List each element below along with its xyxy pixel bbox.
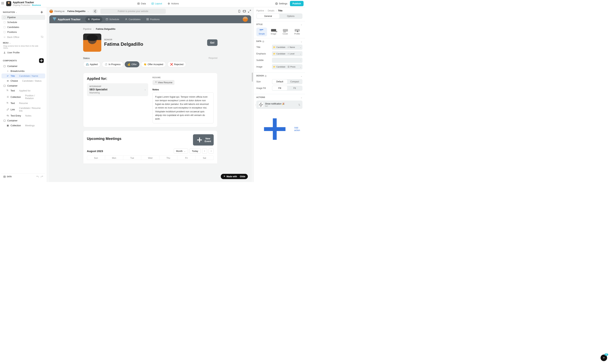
navigation-section-header[interactable]: NAVIGATION ⌄ — [3, 11, 17, 13]
new-event-button[interactable]: New Event — [193, 134, 214, 145]
fullscreen-icon[interactable] — [248, 10, 251, 13]
data-section-header: DATAi — [256, 40, 264, 43]
chevron-down-icon[interactable]: ⌄ — [301, 75, 303, 77]
rp-tab-general[interactable]: General — [257, 14, 279, 18]
rp-crumb-pipeline[interactable]: Pipeline — [256, 9, 264, 12]
chevron-down-icon[interactable]: ⌄ — [301, 96, 303, 99]
style-opt-cover[interactable]: Cover — [280, 27, 291, 36]
menu-section-header[interactable]: MENU ⌄ — [3, 42, 11, 44]
drag-grip-icon[interactable]: ⋮ — [254, 104, 257, 106]
app-tab-candidates[interactable]: Candidates — [122, 17, 143, 22]
settings-link[interactable]: Settings — [275, 2, 287, 5]
nav-candidates[interactable]: Candidates — [1, 25, 45, 30]
nav-positions[interactable]: Positions — [1, 30, 45, 35]
svg-rect-36 — [243, 10, 246, 12]
rp-tab-options[interactable]: Options — [279, 14, 302, 18]
comp-title[interactable]: Title Candidate / Name — [1, 74, 45, 78]
status-chip-in-progress[interactable]: ⏱️In Progress — [102, 61, 123, 67]
mobile-preview-icon[interactable] — [238, 10, 241, 13]
comp-choice[interactable]: Choice Candidate / Status — [1, 78, 45, 83]
size-default[interactable]: Default — [272, 79, 287, 84]
tab-data[interactable]: Data — [137, 2, 146, 5]
svg-rect-35 — [239, 10, 240, 13]
comp-text-resume[interactable]: TtText Resume — [1, 101, 45, 106]
status-chip-offer[interactable]: 💰Offer — [125, 61, 139, 67]
data-image-picker[interactable]: 📁Candidate›🖼Photo⌄ — [272, 64, 303, 69]
go-button[interactable]: Go! — [207, 39, 217, 46]
action-show-notification[interactable]: ⋮ Show notification 🎉 Go! ⇅ — [256, 101, 303, 109]
comp-container-1[interactable]: Container — [1, 83, 45, 88]
style-thumb-icon — [283, 29, 288, 32]
made-with-badge[interactable]: Made with Glide — [221, 174, 248, 179]
svg-rect-45 — [147, 19, 147, 20]
crumb-pipeline[interactable]: Pipeline — [83, 27, 92, 30]
add-screen-button[interactable] — [40, 10, 44, 14]
actions-section-header: ACTIONS — [256, 96, 265, 98]
tab-actions[interactable]: Actions — [168, 2, 179, 5]
table-icon — [137, 2, 140, 5]
preview-url-bar[interactable]: Publish to preview your website — [100, 9, 166, 14]
comp-link-resume[interactable]: Link Candidate / Resume link — [1, 106, 45, 113]
data-emphasis-picker[interactable]: 📁Candidate ›ALevel⌄ — [272, 51, 303, 56]
style-opt-image[interactable]: Image — [268, 27, 279, 36]
apps-grid-icon[interactable] — [1, 2, 5, 5]
comp-collection-meetings[interactable]: Collection Meetings — [1, 123, 45, 128]
svg-rect-31 — [7, 125, 9, 125]
collection-icon — [7, 96, 9, 98]
nav-back-office[interactable]: Back Office — [1, 35, 45, 40]
status-chip-accepted[interactable]: 👏Offer Accepted — [141, 61, 166, 67]
preview-back-button[interactable] — [93, 9, 97, 13]
nav-pipeline[interactable]: Pipeline — [1, 15, 45, 20]
fill-fill[interactable]: Fill — [272, 86, 287, 90]
notes-textarea[interactable]: Fugiat Lorem fugiat qui. Tempor minim of… — [153, 92, 214, 123]
comp-text-applied[interactable]: TtText Applied for: — [1, 88, 45, 93]
comp-text-entry[interactable]: ab̲c̲Text Entry Notes — [1, 113, 45, 118]
bolt-icon — [223, 175, 225, 178]
rp-crumb-details[interactable]: Details — [268, 9, 275, 12]
comp-collection-position[interactable]: Collection Position / Relation — [1, 93, 45, 101]
app-tab-pipeline[interactable]: Pipeline — [85, 17, 102, 22]
app-tab-positions[interactable]: Positions — [144, 17, 162, 22]
data-subtitle-picker[interactable]: ⋮ — [272, 58, 303, 63]
redo-button[interactable] — [40, 175, 43, 178]
status-chip-applied[interactable]: 📇Applied — [83, 61, 100, 67]
menu-user-profile[interactable]: User Profile — [1, 50, 45, 55]
cal-next-button[interactable] — [209, 148, 214, 154]
fill-fit[interactable]: Fit — [287, 86, 302, 90]
style-opt-profile[interactable]: Profile — [292, 27, 303, 36]
cal-view-dropdown[interactable]: Month ⌄ — [174, 148, 188, 154]
data-title-picker[interactable]: 📁Candidate ›AName⌄ — [272, 45, 303, 50]
size-compact[interactable]: Compact — [287, 79, 302, 84]
style-opt-simple[interactable]: Simple — [256, 27, 267, 36]
viewing-as-dropdown[interactable]: Viewing as Fatima Delgadillo ⌄ — [49, 9, 89, 13]
app-tab-schedule[interactable]: Schedule — [103, 17, 122, 22]
app-subtitle: Ongoing Production · Business — [13, 4, 41, 6]
person-icon — [125, 18, 127, 21]
add-action-button[interactable]: Add action — [256, 111, 303, 147]
position-card[interactable]: INTERNSHIP SEO Specialist Marketing › — [87, 83, 148, 96]
publish-button[interactable]: Publish — [290, 1, 304, 6]
user-avatar[interactable] — [243, 17, 248, 22]
svg-rect-24 — [7, 80, 9, 81]
data-panel-button[interactable]: DATA — [3, 175, 12, 178]
nav-schedule[interactable]: Schedule — [1, 20, 45, 25]
preview-scrollbar[interactable] — [252, 73, 253, 82]
svg-rect-12 — [4, 26, 5, 28]
add-component-button[interactable] — [39, 58, 44, 63]
chevron-down-icon[interactable]: ⌄ — [301, 23, 303, 26]
comp-container-0[interactable]: Container — [1, 64, 45, 69]
chevron-down-icon[interactable]: ⌄ — [301, 40, 303, 43]
cal-prev-button[interactable] — [202, 148, 207, 154]
undo-button[interactable] — [36, 175, 39, 178]
comp-breadcrumbs[interactable]: Breadcrumbs — [1, 69, 45, 74]
status-chip-rejected[interactable]: ❌Rejected — [167, 61, 186, 67]
data-image-label: Image — [256, 65, 270, 68]
layout-icon — [151, 2, 154, 5]
cal-today-button[interactable]: Today — [189, 148, 201, 154]
svg-rect-11 — [4, 21, 5, 23]
svg-rect-43 — [147, 18, 147, 19]
desktop-preview-icon[interactable] — [243, 10, 246, 13]
view-resume-link[interactable]: View Resume — [153, 80, 175, 85]
tab-layout[interactable]: Layout — [151, 2, 162, 5]
comp-container-2[interactable]: Container — [1, 118, 45, 123]
